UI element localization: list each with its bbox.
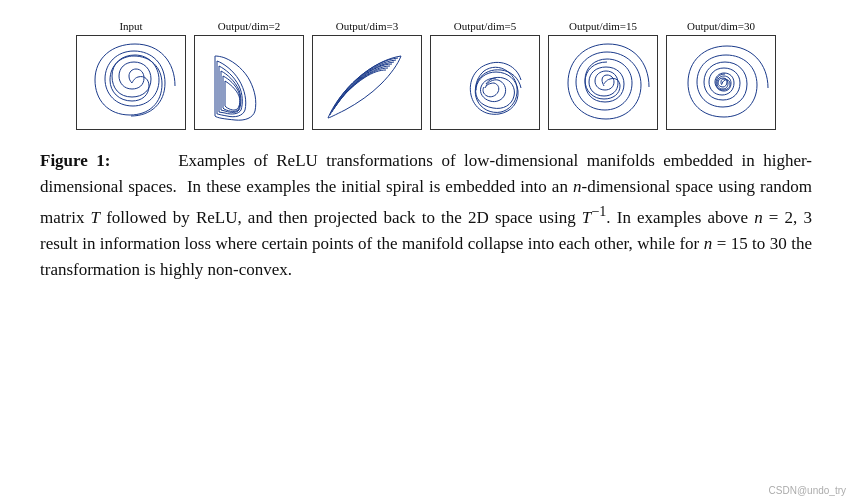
figure-input-box (76, 35, 186, 130)
figure-dim3-label: Output/dim=3 (336, 20, 398, 32)
caption-italic-n1: n (573, 177, 582, 196)
figure-dim30: Output/dim=30 (666, 20, 776, 130)
figure-dim2-box (194, 35, 304, 130)
caption-italic-T2: T (582, 207, 591, 226)
figure-dim30-box (666, 35, 776, 130)
figure-dim15-box (548, 35, 658, 130)
caption: Figure 1: Examples of ReLU transformatio… (30, 148, 822, 283)
figure-dim15: Output/dim=15 (548, 20, 658, 130)
figure-dim5: Output/dim=5 (430, 20, 540, 130)
figures-row: Input Output/dim=2 (30, 20, 822, 130)
figure-dim30-label: Output/dim=30 (687, 20, 755, 32)
figure-dim3: Output/dim=3 (312, 20, 422, 130)
main-container: Input Output/dim=2 (0, 0, 852, 500)
figure-number: Figure 1: (40, 151, 110, 170)
figure-dim3-box (312, 35, 422, 130)
figure-dim15-label: Output/dim=15 (569, 20, 637, 32)
figure-input-label: Input (119, 20, 142, 32)
caption-italic-T1: T (91, 207, 100, 226)
caption-italic-n2: n (754, 207, 763, 226)
watermark: CSDN@undo_try (769, 485, 846, 496)
figure-dim2: Output/dim=2 (194, 20, 304, 130)
figure-input: Input (76, 20, 186, 130)
figure-dim2-label: Output/dim=2 (218, 20, 280, 32)
caption-superscript: −1 (591, 203, 606, 219)
figure-dim5-label: Output/dim=5 (454, 20, 516, 32)
figure-dim5-box (430, 35, 540, 130)
caption-italic-n3: n (704, 234, 713, 253)
